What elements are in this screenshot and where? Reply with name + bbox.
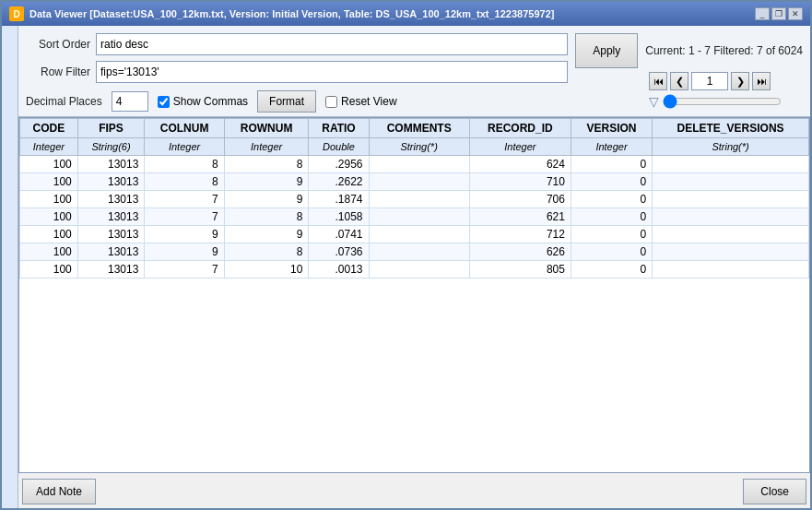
data-table-container: CODE FIPS COLNUM ROWNUM RATIO COMMENTS R… [18,117,810,473]
col-header-record-id: RECORD_ID [469,119,571,138]
table-cell: 7 [145,208,224,226]
table-cell [653,226,809,243]
table-cell: 0 [571,191,652,208]
sort-order-input[interactable] [96,33,568,55]
table-cell [369,261,469,279]
table-cell: 0 [571,156,652,173]
table-cell: 8 [145,156,224,173]
table-row: 10013013710.00138050 [20,261,809,279]
table-cell: 9 [224,191,309,208]
table-cell: 710 [469,173,571,191]
table-cell: 100 [20,191,78,208]
table-cell: 805 [469,261,571,279]
top-controls: Sort Order Row Filter Decimal Places [18,26,810,117]
footer: Add Note Close [18,473,810,508]
left-sidebar [2,26,18,508]
table-cell: 8 [224,156,309,173]
table-cell: 621 [469,208,571,226]
table-subheader-row: Integer String(6) Integer Integer Double… [20,138,809,156]
table-cell [369,173,469,191]
reset-view-checkbox[interactable] [325,96,337,108]
col-header-delete-versions: DELETE_VERSIONS [653,119,809,138]
table-cell [369,156,469,173]
table-cell: 8 [145,173,224,191]
table-row: 1001301378.10586210 [20,208,809,226]
table-cell [653,208,809,226]
table-cell: 13013 [77,208,145,226]
col-type-colnum: Integer [145,138,224,156]
main-window: D Data Viewer [Dataset:USA_100_12km.txt,… [0,0,812,510]
main-area: Sort Order Row Filter Decimal Places [18,26,810,508]
next-page-button[interactable]: ❯ [731,72,749,90]
table-cell [369,191,469,208]
table-header-row: CODE FIPS COLNUM ROWNUM RATIO COMMENTS R… [20,119,809,138]
close-button[interactable]: Close [743,479,806,504]
table-cell: 9 [224,226,309,243]
title-bar: D Data Viewer [Dataset:USA_100_12km.txt,… [2,2,810,26]
col-type-comments: String(*) [369,138,469,156]
window-title: Data Viewer [Dataset:USA_100_12km.txt, V… [29,8,554,19]
page-input[interactable] [691,72,728,90]
col-header-code: CODE [20,119,78,138]
table-cell [653,261,809,279]
position-slider[interactable] [663,95,782,108]
table-row: 1001301389.26227100 [20,173,809,191]
table-cell: 0 [571,208,652,226]
table-cell: 0 [571,173,652,191]
show-commas-label[interactable]: Show Commas [158,95,248,108]
row-filter-row: Row Filter [26,61,568,83]
table-cell: .1874 [309,191,369,208]
decimal-places-input[interactable] [112,91,148,112]
last-page-button[interactable]: ⏭ [752,72,771,90]
format-button[interactable]: Format [257,90,316,113]
table-cell: 10 [224,261,309,279]
table-cell [369,243,469,261]
table-cell [369,208,469,226]
col-type-rownum: Integer [224,138,309,156]
table-cell: 9 [145,226,224,243]
table-cell [369,226,469,243]
table-cell [653,191,809,208]
show-commas-checkbox[interactable] [158,96,170,108]
table-cell: 9 [145,243,224,261]
table-cell: 0 [571,226,652,243]
table-cell: 626 [469,243,571,261]
first-page-button[interactable]: ⏮ [649,72,667,90]
close-window-button[interactable]: ✕ [788,7,803,20]
prev-page-button[interactable]: ❮ [670,72,688,90]
row-filter-label: Row Filter [26,65,90,78]
table-cell: 100 [20,243,78,261]
table-row: 1001301388.29566240 [20,156,809,173]
apply-button[interactable]: Apply [575,33,638,68]
col-type-fips: String(6) [77,138,145,156]
reset-view-label[interactable]: Reset View [325,95,396,108]
options-row: Decimal Places Show Commas Format Reset … [26,90,568,113]
table-cell: 13013 [77,261,145,279]
col-header-colnum: COLNUM [145,119,224,138]
col-type-version: Integer [571,138,652,156]
table-cell: 13013 [77,226,145,243]
row-filter-input[interactable] [96,61,568,83]
table-cell [653,243,809,261]
table-cell: 100 [20,156,78,173]
sort-order-label: Sort Order [26,38,90,51]
table-cell: 13013 [77,156,145,173]
table-cell: .1058 [309,208,369,226]
table-cell: 100 [20,261,78,279]
decimal-places-label: Decimal Places [26,95,102,108]
add-note-button[interactable]: Add Note [22,479,96,504]
table-cell: .0013 [309,261,369,279]
table-cell: 100 [20,173,78,191]
table-cell: 706 [469,191,571,208]
col-type-record-id: Integer [469,138,571,156]
restore-button[interactable]: ❐ [771,7,786,20]
current-label: Current: 1 - 7 Filtered: 7 of 6024 [645,44,803,57]
title-buttons: _ ❐ ✕ [755,7,803,20]
table-body: 1001301388.295662401001301389.2622710010… [20,156,809,279]
app-icon: D [9,6,24,21]
table-row: 1001301399.07417120 [20,226,809,243]
title-bar-left: D Data Viewer [Dataset:USA_100_12km.txt,… [9,6,554,21]
table-cell: .2956 [309,156,369,173]
minimize-button[interactable]: _ [755,7,770,20]
table-cell [653,173,809,191]
